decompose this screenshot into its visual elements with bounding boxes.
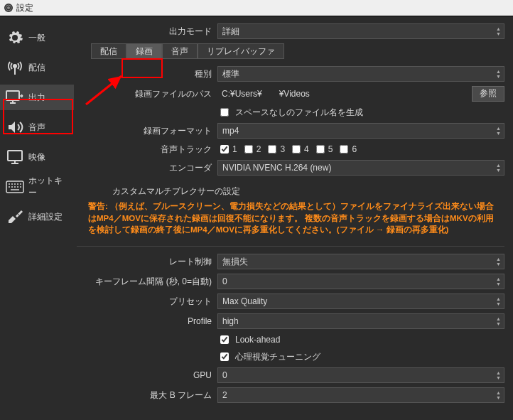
chevron-updown-icon: ▲▼ (496, 124, 501, 138)
track-1-checkbox[interactable] (220, 145, 229, 154)
monitor-icon (6, 148, 24, 166)
no-space-label: スペースなしのファイル名を生成 (235, 107, 363, 119)
chevron-updown-icon: ▲▼ (496, 254, 501, 269)
chevron-updown-icon: ▲▼ (496, 24, 501, 38)
no-space-checkbox[interactable] (220, 108, 229, 117)
tab-audio[interactable]: 音声 (162, 43, 198, 59)
app-icon (4, 3, 14, 13)
sidebar-item-video[interactable]: 映像 (0, 144, 74, 170)
recording-format-label: 録画フォーマット (77, 125, 217, 137)
tab-replay[interactable]: リプレイバッファ (198, 43, 284, 59)
recording-path-input[interactable]: C:¥Users¥ ¥Videos (217, 87, 468, 101)
track-6-checkbox[interactable] (340, 145, 348, 154)
antenna-icon (6, 58, 24, 77)
tab-recording[interactable]: 録画 (126, 43, 162, 59)
monitor-out-icon (6, 88, 24, 107)
preset-select[interactable]: Max Quality ▲▼ (217, 294, 504, 309)
psycho-checkbox[interactable] (220, 352, 229, 361)
recording-format-select[interactable]: mp4 ▲▼ (217, 123, 504, 139)
lookahead-label: Look-ahead (235, 335, 280, 345)
sidebar-item-advanced[interactable]: 詳細設定 (0, 204, 74, 230)
track-5-checkbox[interactable] (316, 145, 325, 154)
profile-select[interactable]: high ▲▼ (217, 313, 504, 329)
recording-type-label: 種別 (77, 68, 217, 80)
gpu-spin[interactable]: 0 ▲▼ (217, 367, 504, 383)
chevron-updown-icon: ▲▼ (496, 161, 501, 175)
tabs: 配信 録画 音声 リプレイバッファ (91, 43, 504, 59)
gear-icon (6, 28, 24, 47)
bframes-label: 最大 B フレーム (77, 389, 217, 402)
svg-rect-5 (6, 91, 19, 100)
chevron-updown-icon: ▲▼ (496, 388, 501, 402)
sidebar-item-label: 出力 (28, 92, 45, 104)
sidebar-item-label: 音声 (28, 122, 45, 134)
keyboard-icon (6, 178, 24, 196)
sidebar-item-label: 映像 (28, 151, 45, 163)
sidebar-item-hotkeys[interactable]: ホットキー (0, 174, 74, 200)
bframes-spin[interactable]: 2 ▲▼ (217, 387, 504, 403)
lookahead-checkbox[interactable] (220, 335, 229, 344)
sidebar-item-label: 一般 (28, 32, 45, 44)
audio-tracks: 1 2 3 4 5 6 (217, 143, 504, 156)
separator (77, 246, 504, 247)
sidebar: 一般 配信 出力 音声 映像 (0, 16, 74, 420)
tools-icon (6, 208, 24, 226)
keyint-spin[interactable]: 0 ▲▼ (217, 274, 504, 289)
recording-path-label: 録画ファイルのパス (77, 88, 217, 100)
chevron-updown-icon: ▲▼ (496, 368, 501, 382)
chevron-updown-icon: ▲▼ (496, 67, 501, 81)
chevron-updown-icon: ▲▼ (496, 314, 501, 328)
titlebar: 設定 (0, 0, 513, 16)
output-mode-label: 出力モード (77, 26, 217, 38)
sidebar-item-output[interactable]: 出力 (0, 85, 74, 110)
gpu-label: GPU (77, 370, 217, 380)
rate-control-label: レート制御 (77, 256, 217, 268)
browse-button[interactable]: 参照 (472, 86, 504, 102)
profile-label: Profile (77, 316, 217, 326)
speaker-icon (6, 118, 24, 136)
chevron-updown-icon: ▲▼ (496, 294, 501, 308)
sidebar-item-stream[interactable]: 配信 (0, 55, 74, 80)
output-mode-select[interactable]: 詳細 ▲▼ (217, 23, 504, 39)
encoder-select[interactable]: NVIDIA NVENC H.264 (new) ▲▼ (217, 160, 504, 176)
sidebar-item-label: ホットキー (28, 175, 68, 199)
recording-type-select[interactable]: 標準 ▲▼ (217, 66, 504, 82)
svg-point-2 (7, 6, 10, 9)
sidebar-item-label: 詳細設定 (28, 211, 63, 223)
encoder-label: エンコーダ (77, 162, 217, 174)
preset-label: プリセット (77, 296, 217, 308)
main-panel: 出力モード 詳細 ▲▼ 配信 録画 音声 リプレイバッファ 種別 標準 ▲▼ (74, 16, 513, 420)
tab-stream[interactable]: 配信 (91, 43, 126, 59)
track-4-checkbox[interactable] (292, 145, 301, 154)
window-title: 設定 (16, 0, 33, 16)
psycho-label: 心理視覚チューニング (235, 351, 320, 363)
chevron-updown-icon: ▲▼ (496, 274, 501, 289)
sidebar-item-general[interactable]: 一般 (0, 25, 74, 50)
keyint-label: キーフレーム間隔 (秒, 0=自動) (77, 276, 217, 288)
warning-text: 警告: （例えば、ブルースクリーン、電力損失などの結果として）ファイルをファイナ… (88, 200, 500, 236)
track-2-checkbox[interactable] (244, 145, 253, 154)
svg-rect-8 (8, 151, 22, 161)
rate-control-select[interactable]: 無損失 ▲▼ (217, 254, 504, 269)
svg-point-3 (14, 65, 16, 68)
track-3-checkbox[interactable] (268, 145, 276, 154)
sidebar-item-audio[interactable]: 音声 (0, 114, 74, 140)
sidebar-item-label: 配信 (28, 62, 45, 74)
mux-label: カスタムマルチプレクサーの設定 (112, 185, 504, 198)
audio-tracks-label: 音声トラック (77, 144, 217, 156)
